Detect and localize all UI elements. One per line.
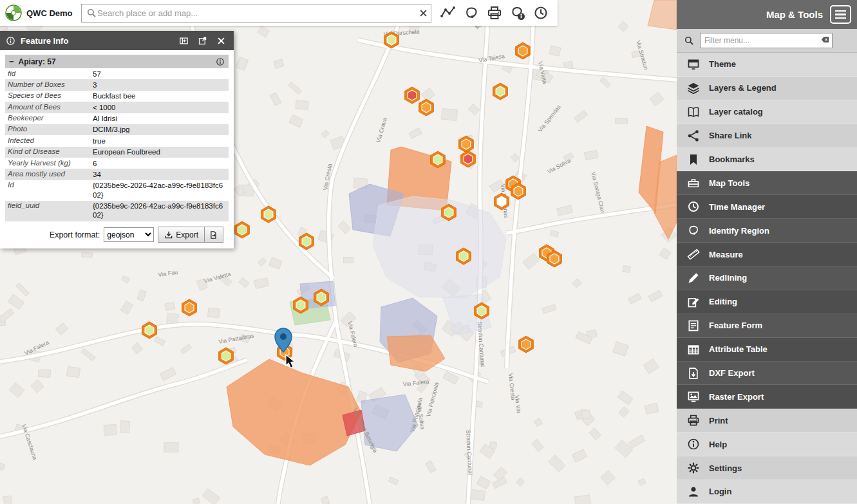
raster-icon — [687, 390, 700, 403]
feature-info-header: Feature Info — [0, 31, 234, 50]
sidebar-item-measure[interactable]: Measure — [677, 243, 857, 266]
sidebar-item-share-link[interactable]: Share Link — [677, 124, 857, 148]
apiary-marker-green[interactable] — [493, 83, 508, 100]
sidebar-item-raster-export[interactable]: Raster Export — [677, 385, 857, 409]
region-icon — [687, 224, 700, 237]
sidebar-item-label: Identify Region — [709, 226, 769, 236]
apiary-marker-orange[interactable] — [419, 99, 434, 116]
identify-region-button[interactable] — [460, 1, 483, 24]
sidebar-item-label: DXF Export — [709, 368, 755, 378]
sidebar-item-theme[interactable]: Theme — [677, 53, 857, 77]
dock-panel-button[interactable] — [177, 36, 191, 46]
attribute-label: Number of Boxes — [5, 79, 90, 90]
attribute-value: 3 — [90, 79, 229, 90]
apiary-marker-red[interactable] — [405, 87, 420, 104]
application: Via DarschelaMuttaVia TeissaVia VietaVia… — [0, 0, 857, 504]
feature-section-header[interactable]: − Apiary: 57 — [5, 55, 229, 68]
identify-icon — [510, 5, 525, 21]
sidebar-item-label: Bookmarks — [709, 154, 755, 164]
topbar-tools — [437, 1, 552, 24]
orange-overlay-polygon — [648, 0, 677, 30]
menu-toggle-button[interactable] — [830, 5, 851, 24]
print-button[interactable] — [483, 1, 506, 24]
feature-info-body: − Apiary: 57 fid57Number of Boxes3Specie… — [0, 50, 234, 248]
attribute-value: < 1000 — [90, 102, 229, 113]
apiary-marker-green[interactable] — [235, 221, 250, 238]
attribute-label: Area mostly used — [5, 169, 90, 180]
sidebar-item-time-manager[interactable]: Time Manager — [677, 195, 857, 219]
filter-clear-button[interactable] — [819, 35, 831, 46]
sidebar-item-label: Login — [709, 487, 731, 496]
apiary-marker-green[interactable] — [142, 322, 157, 339]
street-label: Via Pattadiras — [218, 332, 255, 345]
sidebar-item-feature-form[interactable]: Feature Form — [677, 314, 857, 338]
street-label: Via Var — [514, 395, 522, 414]
sidebar-menu: ThemeLayers & LegendLayer catalogShare L… — [677, 53, 857, 504]
sidebar-item-label: Measure — [709, 250, 743, 259]
sidebar-item-label: Map Tools — [709, 178, 749, 188]
sidebar-item-settings[interactable]: Settings — [677, 456, 857, 480]
export-file-button[interactable] — [205, 227, 223, 243]
table-icon — [687, 343, 700, 356]
time-manager-button[interactable] — [529, 1, 552, 24]
search-input[interactable] — [97, 8, 419, 18]
filter-menu-input[interactable] — [700, 33, 833, 48]
apiary-marker-orange[interactable] — [516, 42, 531, 59]
search-clear-button[interactable] — [419, 8, 428, 18]
sidebar-item-dxf-export[interactable]: DXF Export — [677, 362, 857, 386]
sidebar-item-layer-catalog[interactable]: Layer catalog — [677, 100, 857, 124]
panel-title: Feature Info — [21, 36, 172, 46]
print-icon — [487, 5, 502, 21]
apiary-marker-orange[interactable] — [519, 336, 534, 353]
attribute-label: fid — [5, 68, 90, 79]
export-format-select[interactable]: geojson — [104, 227, 154, 242]
attribute-value: 34 — [90, 169, 229, 180]
app-logo[interactable]: QWC Demo — [0, 5, 81, 21]
apiary-marker-green[interactable] — [261, 206, 276, 223]
attribute-row: Species of BeesBuckfast bee — [5, 91, 229, 102]
help-icon — [687, 438, 700, 451]
tools-icon — [687, 176, 700, 189]
sidebar-item-attribute-table[interactable]: Attribute Table — [677, 338, 857, 362]
sidebar-header: Map & Tools — [677, 0, 857, 29]
attribute-row: Id{0235be9c-2026-42ac-a99c-f9e8183fc602} — [5, 180, 229, 201]
sidebar-item-editing[interactable]: Editing — [677, 290, 857, 314]
attribute-label: Amount of Bees — [5, 102, 90, 113]
sidebar-item-redlining[interactable]: Redlining — [677, 266, 857, 290]
attribute-value: 6 — [90, 158, 229, 169]
feature-info-panel: Feature Info − Apiary: 57 fid57Number of… — [0, 31, 234, 248]
measure-button[interactable] — [437, 1, 460, 24]
export-button[interactable]: Export — [158, 227, 205, 243]
print-icon — [687, 414, 700, 427]
attribute-label: field_uuid — [5, 201, 90, 221]
sidebar-item-map-tools[interactable]: Map Tools — [677, 171, 857, 195]
street-label: Via Soliva — [546, 157, 572, 175]
close-panel-button[interactable] — [214, 36, 228, 46]
sidebar-item-bookmarks[interactable]: Bookmarks — [677, 148, 857, 172]
attribute-value: {0235be9c-2026-42ac-a99c-f9e8183fc602} — [90, 201, 229, 221]
book-icon — [687, 106, 700, 118]
detach-panel-button[interactable] — [196, 36, 209, 46]
person-icon — [687, 485, 700, 498]
external-window-icon — [198, 36, 207, 46]
identify-button[interactable] — [506, 1, 529, 24]
sidebar-title: Map & Tools — [766, 9, 823, 20]
sidebar-item-label: Feature Form — [709, 321, 762, 330]
apiary-marker-orange[interactable] — [182, 299, 197, 316]
bookmark-icon — [687, 153, 700, 166]
sidebar-item-label: Editing — [709, 297, 737, 306]
attribute-row: BeekeeperAl Idrisi — [5, 113, 229, 124]
sidebar-item-print[interactable]: Print — [677, 409, 857, 433]
sidebar-item-identify-region[interactable]: Identify Region — [677, 219, 857, 243]
street-label: Via Fau — [158, 269, 178, 278]
attribute-label: Species of Bees — [5, 91, 90, 102]
topbar: QWC Demo — [0, 0, 558, 26]
sidebar-item-layers-legend[interactable]: Layers & Legend — [677, 77, 857, 100]
street-label: Via Sontga Clau — [590, 171, 606, 213]
measure-icon — [440, 5, 456, 21]
sidebar-item-label: Settings — [709, 463, 742, 473]
export-format-label: Export format: — [50, 230, 100, 239]
sidebar-item-login[interactable]: Login — [677, 480, 857, 504]
sidebar-item-help[interactable]: Help — [677, 433, 857, 456]
sidebar-item-label: Theme — [709, 59, 736, 69]
